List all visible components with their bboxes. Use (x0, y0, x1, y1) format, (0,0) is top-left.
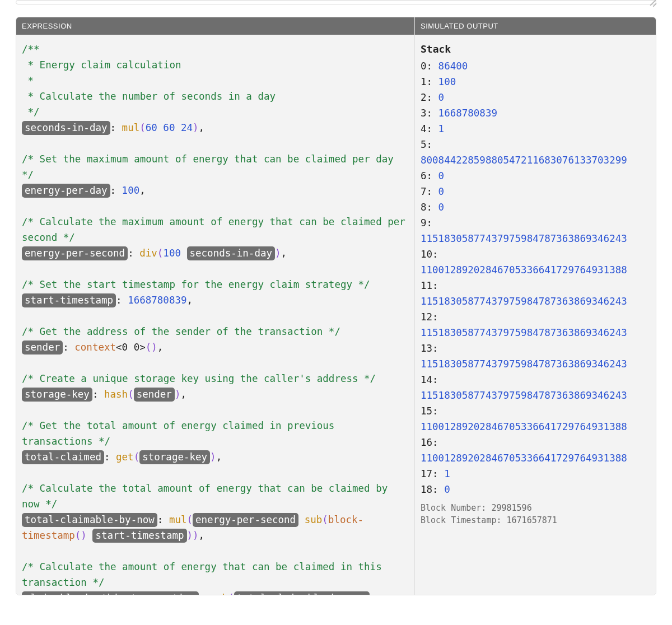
code-line-total-claimed: total-claimed: get(storage-key), (22, 449, 409, 465)
block-number-label: Block Number: (421, 503, 486, 513)
comment-line: /* Set the maximum amount of energy that… (22, 151, 409, 183)
var-tag[interactable]: storage-key (22, 388, 92, 402)
var-ref-tag[interactable]: storage-key (139, 450, 210, 464)
comment-line: /* Set the start timestamp for the energ… (22, 277, 409, 292)
var-tag[interactable]: start-timestamp (22, 293, 116, 307)
comment-line: /* Calculate the total amount of energy … (22, 481, 409, 512)
var-ref-tag[interactable]: sender (134, 388, 175, 402)
code-line-sender: sender: context<0 0>(), (22, 339, 409, 355)
expression-panel: EXPRESSION /** * Energy claim calculatio… (16, 17, 415, 595)
comment-line: */ (22, 104, 409, 120)
var-tag[interactable]: total-claimable-by-now (22, 513, 157, 527)
code-line-total-claimable: total-claimable-by-now: mul(energy-per-s… (22, 512, 409, 543)
expression-body[interactable]: /** * Energy claim calculation * * Calcu… (16, 35, 414, 595)
var-ref-tag[interactable]: start-timestamp (92, 529, 186, 543)
stack-row: 6: 0 (421, 168, 650, 184)
stack-value: 80084422859880547211683076133703299 (421, 152, 650, 168)
stack-row: 16: (421, 435, 650, 450)
comment-line: /* Calculate the maximum amount of energ… (22, 214, 409, 245)
simulated-output-header: SIMULATED OUTPUT (415, 17, 656, 35)
var-tag[interactable]: total-claimed (22, 450, 104, 464)
stack-rows: 0: 864001: 1002: 03: 16687808394: 15:800… (421, 58, 650, 497)
stack-row: 17: 1 (421, 466, 650, 482)
stack-row: 5: (421, 137, 650, 152)
code-line-claimable-in-tx: claimable-in-this-transaction: sub(total… (22, 590, 409, 595)
resize-handle-icon[interactable] (649, 0, 657, 5)
comment-line: /* Get the address of the sender of the … (22, 324, 409, 339)
code-line-energy-per-day: energy-per-day: 100, (22, 183, 409, 198)
block-number-value: 29981596 (491, 503, 531, 513)
stack-row: 13: (421, 341, 650, 356)
stack-row: 4: 1 (421, 121, 650, 137)
comment-line: /* Calculate the amount of energy that c… (22, 559, 409, 590)
stack-row: 3: 1668780839 (421, 105, 650, 121)
var-tag[interactable]: energy-per-day (22, 184, 110, 198)
comment-line: * Energy claim calculation (22, 57, 409, 73)
stack-value: 11001289202846705336641729764931388 (421, 262, 650, 278)
var-tag[interactable]: sender (22, 341, 63, 355)
simulated-output-body[interactable]: Stack 0: 864001: 1002: 03: 16687808394: … (415, 35, 656, 595)
simulated-output-panel: SIMULATED OUTPUT Stack 0: 864001: 1002: … (415, 17, 656, 595)
stack-value: 11001289202846705336641729764931388 (421, 419, 650, 435)
panels-container: EXPRESSION /** * Energy claim calculatio… (16, 17, 656, 595)
block-info: Block Number: 29981596 Block Timestamp: … (421, 502, 650, 526)
code-line-seconds-in-day: seconds-in-day: mul(60 60 24), (22, 120, 409, 136)
stack-row: 15: (421, 403, 650, 419)
expression-header: EXPRESSION (16, 17, 414, 35)
stack-row: 7: 0 (421, 184, 650, 199)
textarea-bottom-edge[interactable] (16, 0, 656, 4)
block-timestamp-value: 1671657871 (507, 515, 557, 525)
code-line-storage-key: storage-key: hash(sender), (22, 386, 409, 402)
comment-line: /* Create a unique storage key using the… (22, 371, 409, 386)
var-ref-tag[interactable]: total-claimable-by-now (234, 591, 370, 595)
var-ref-tag[interactable]: energy-per-second (193, 513, 298, 527)
stack-row: 11: (421, 278, 650, 293)
comment-line: /* Get the total amount of energy claime… (22, 418, 409, 449)
code-line-start-timestamp: start-timestamp: 1668780839, (22, 292, 409, 308)
block-timestamp-label: Block Timestamp: (421, 515, 502, 525)
stack-value: 11518305877437975984787363869346243 (421, 293, 650, 309)
stack-row: 9: (421, 215, 650, 231)
stack-row: 8: 0 (421, 199, 650, 215)
stack-row: 12: (421, 309, 650, 325)
stack-value: 11518305877437975984787363869346243 (421, 356, 650, 372)
stack-row: 14: (421, 372, 650, 388)
stack-row: 0: 86400 (421, 58, 650, 74)
comment-line: /** (22, 41, 409, 57)
var-tag[interactable]: energy-per-second (22, 246, 128, 260)
stack-title: Stack (421, 41, 650, 57)
stack-value: 11518305877437975984787363869346243 (421, 325, 650, 341)
stack-row: 18: 0 (421, 482, 650, 497)
stack-row: 1: 100 (421, 74, 650, 90)
comment-line: * Calculate the number of seconds in a d… (22, 88, 409, 104)
stack-value: 11001289202846705336641729764931388 (421, 450, 650, 466)
var-tag[interactable]: seconds-in-day (22, 121, 110, 135)
stack-value: 11518305877437975984787363869346243 (421, 231, 650, 246)
comment-line: * (22, 73, 409, 88)
stack-value: 11518305877437975984787363869346243 (421, 388, 650, 403)
var-tag[interactable]: claimable-in-this-transaction (22, 591, 199, 595)
code-line-energy-per-second: energy-per-second: div(100 seconds-in-da… (22, 245, 409, 261)
stack-row: 10: (421, 246, 650, 262)
stack-row: 2: 0 (421, 90, 650, 105)
var-ref-tag[interactable]: seconds-in-day (187, 246, 276, 260)
